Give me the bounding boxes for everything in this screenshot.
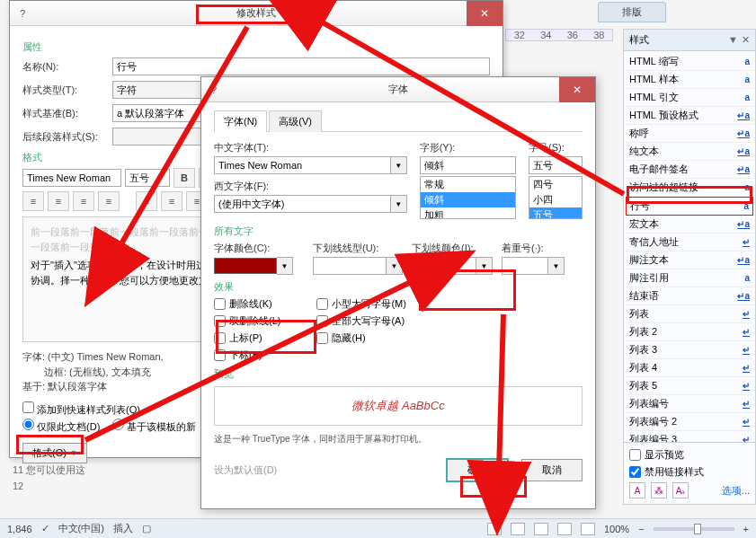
format-dropdown-button[interactable]: 格式(O) ▼ [22, 443, 87, 463]
spacing-inc-button[interactable]: ≡ [161, 191, 182, 211]
style-item[interactable]: 结束语↵a [626, 287, 753, 305]
font-color-select[interactable]: ▼ [214, 257, 304, 275]
tab-advanced[interactable]: 高级(V) [269, 110, 322, 132]
style-item[interactable]: 脚注文本↵a [626, 251, 753, 269]
style-item[interactable]: 宏文本↵a [626, 216, 753, 234]
new-style-icon[interactable]: A [629, 482, 645, 498]
proofing-icon[interactable]: ✓ [41, 523, 49, 534]
style-item[interactable]: 称呼↵a [626, 125, 753, 143]
accent-select[interactable] [502, 257, 548, 275]
only-doc-radio[interactable]: 仅限此文档(D) [22, 419, 100, 434]
style-item[interactable]: HTML 引文a [626, 89, 753, 107]
style-item[interactable]: 列表↵ [626, 305, 753, 323]
status-insert[interactable]: 插入 [113, 522, 133, 535]
chevron-down-icon[interactable]: ▼ [476, 257, 493, 275]
chevron-down-icon[interactable]: ▼ [387, 257, 403, 275]
style-item[interactable]: 列表 2↵ [626, 323, 753, 341]
style-item[interactable]: 寄信人地址↵ [626, 234, 753, 251]
styles-list[interactable]: HTML 缩写aHTML 样本aHTML 引文aHTML 预设格式↵a称呼↵a纯… [624, 51, 755, 442]
underline-color-select[interactable] [412, 257, 476, 275]
show-preview-check[interactable]: 显示预览 [629, 448, 750, 462]
properties-section: 属性 [22, 40, 490, 54]
template-radio[interactable]: 基于该模板的新 [112, 419, 196, 434]
align-right-button[interactable]: ≡ [73, 191, 94, 211]
options-link[interactable]: 选项... [722, 484, 750, 498]
style-item[interactable]: 纯文本↵a [626, 143, 753, 161]
macro-icon[interactable]: ▢ [142, 523, 151, 534]
list-item[interactable]: 小四 [529, 192, 582, 207]
smallcap-check[interactable]: 小型大写字母(M) [316, 297, 406, 311]
west-font-select[interactable] [214, 195, 391, 213]
style-item[interactable]: 列表 3↵ [626, 341, 753, 359]
font-size-list[interactable]: 四号 小四 五号 [529, 176, 583, 219]
list-item-selected[interactable]: 五号 [529, 207, 582, 219]
style-item-name: 寄信人地址 [629, 235, 679, 249]
style-item[interactable]: 电子邮件签名↵a [626, 161, 753, 179]
font-shape-list[interactable]: 常规 倾斜 加粗 [420, 176, 516, 219]
print-layout-view-icon[interactable] [487, 523, 502, 535]
format-size-select[interactable] [125, 169, 170, 187]
cancel-button[interactable]: 取消 [521, 459, 583, 481]
super-check[interactable]: 上标(P) [214, 331, 280, 345]
underline-type-select[interactable] [313, 257, 387, 275]
close-icon[interactable]: ✕ [742, 34, 750, 46]
status-chars[interactable]: 1,846 [7, 524, 32, 534]
hidden-check[interactable]: 隐藏(H) [316, 331, 406, 345]
close-icon[interactable]: ✕ [559, 77, 595, 102]
list-item-selected[interactable]: 倾斜 [421, 192, 515, 207]
outline-view-icon[interactable] [557, 523, 572, 535]
zoom-in-button[interactable]: + [743, 524, 749, 534]
draft-view-icon[interactable] [581, 523, 595, 535]
style-item[interactable]: 列表编号↵ [626, 395, 753, 413]
add-quicklist-check[interactable]: 添加到快速样式列表(Q) [22, 401, 140, 417]
style-item[interactable]: 列表编号 3↵ [626, 431, 753, 442]
align-justify-button[interactable]: ≡ [98, 191, 120, 211]
strike-check[interactable]: 删除线(K) [214, 297, 280, 311]
ok-button[interactable]: 确定 [446, 458, 509, 482]
font-shape-input[interactable] [420, 156, 516, 174]
line-spacing-button[interactable]: ≡ [136, 191, 157, 211]
allcap-check[interactable]: 全部大写字母(A) [316, 314, 406, 328]
style-item[interactable]: 列表 5↵ [626, 377, 753, 395]
help-icon[interactable]: ? [201, 84, 227, 95]
style-name-input[interactable] [112, 57, 490, 75]
dstrike-check[interactable]: 双删除线(L) [214, 314, 280, 328]
close-icon[interactable]: ✕ [467, 1, 503, 26]
style-item[interactable]: HTML 预设格式↵a [626, 107, 753, 125]
zoom-slider[interactable] [654, 527, 734, 531]
cn-font-select[interactable] [214, 156, 391, 174]
status-language[interactable]: 中文(中国) [58, 522, 104, 535]
sub-check[interactable]: 下标(B) [214, 348, 280, 362]
web-view-icon[interactable] [534, 523, 548, 535]
align-center-button[interactable]: ≡ [48, 191, 69, 211]
list-item[interactable]: 加粗 [421, 207, 515, 219]
disable-linked-check[interactable]: 禁用链接样式 [629, 465, 750, 479]
help-icon[interactable]: ? [10, 8, 35, 19]
chevron-down-icon[interactable]: ▼ [391, 156, 407, 174]
tab-font[interactable]: 字体(N) [214, 110, 267, 132]
chevron-down-icon[interactable]: ▼ [277, 257, 293, 275]
style-item[interactable]: 列表编号 2↵ [626, 413, 753, 431]
style-item[interactable]: HTML 样本a [626, 71, 753, 89]
ribbon-tab-layout[interactable]: 排版 [598, 2, 666, 22]
bold-button[interactable]: B [173, 168, 195, 188]
style-item[interactable]: 列表 4↵ [626, 359, 753, 377]
manage-styles-icon[interactable]: Aₐ [672, 482, 689, 498]
align-left-button[interactable]: ≡ [22, 191, 44, 211]
chevron-down-icon[interactable]: ▼ [728, 34, 738, 46]
style-item[interactable]: HTML 缩写a [626, 53, 753, 71]
reading-view-icon[interactable] [511, 523, 525, 535]
style-item[interactable]: 行号a [626, 197, 753, 216]
style-item[interactable]: 访问过的超链接a [626, 179, 753, 197]
style-inspector-icon[interactable]: ⁂ [651, 482, 667, 498]
format-font-select[interactable] [22, 169, 121, 187]
zoom-level[interactable]: 100% [604, 524, 629, 534]
set-default-button[interactable]: 设为默认值(D) [214, 463, 277, 477]
zoom-out-button[interactable]: − [638, 524, 644, 534]
style-item[interactable]: 脚注引用a [626, 269, 753, 287]
list-item[interactable]: 四号 [529, 177, 582, 192]
chevron-down-icon[interactable]: ▼ [548, 257, 565, 275]
chevron-down-icon[interactable]: ▼ [391, 195, 407, 213]
font-size-input[interactable] [529, 156, 583, 174]
list-item[interactable]: 常规 [421, 177, 515, 192]
